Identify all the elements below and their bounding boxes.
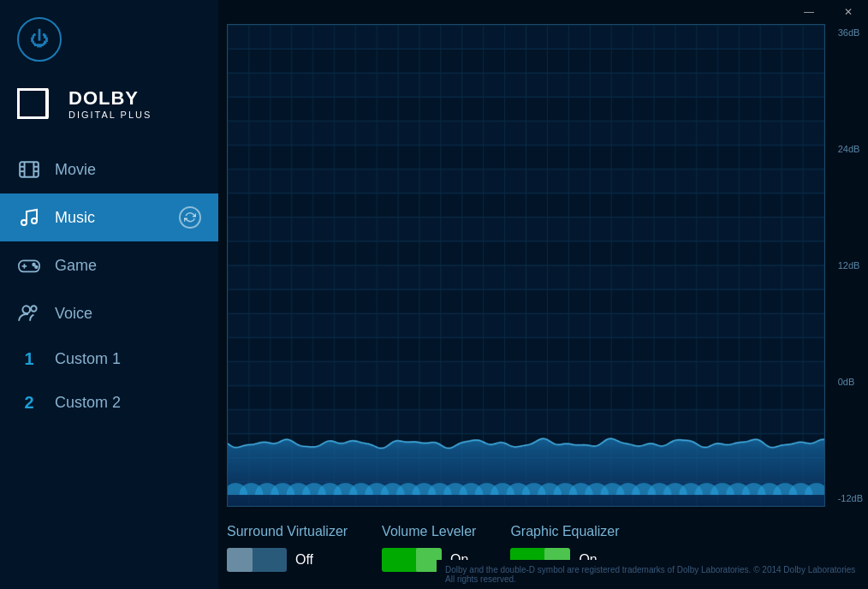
dolby-d-icon <box>17 88 58 119</box>
surround-virtualizer-group: Surround Virtualizer Off <box>227 524 348 572</box>
sidebar-item-voice[interactable]: Voice <box>0 289 218 337</box>
volume-leveler-label: Volume Leveler <box>382 524 476 539</box>
surround-virtualizer-label: Surround Virtualizer <box>227 524 348 539</box>
sidebar-item-custom2[interactable]: 2 Custom 2 <box>0 381 218 425</box>
surround-virtualizer-row: Off <box>227 548 348 572</box>
db-label-36: 36dB <box>838 27 863 38</box>
minimize-button[interactable]: — <box>789 0 829 24</box>
svg-point-11 <box>32 218 37 223</box>
dolby-logo <box>17 88 58 119</box>
svg-rect-3 <box>20 162 39 176</box>
voice-icon <box>17 301 41 325</box>
footer-text: Dolby and the double-D symbol are regist… <box>445 565 855 584</box>
db-label-0: 0dB <box>838 377 863 387</box>
logo-area: DOLBY DIGITAL PLUS <box>0 70 218 146</box>
custom1-num: 1 <box>17 349 41 369</box>
sidebar-item-custom1[interactable]: 1 Custom 1 <box>0 337 218 381</box>
svg-rect-2 <box>29 92 43 115</box>
power-icon: ⏻ <box>30 28 49 51</box>
svg-point-10 <box>21 220 27 225</box>
game-icon <box>17 253 41 277</box>
sidebar-item-movie[interactable]: Movie <box>0 146 218 193</box>
sidebar-item-label: Voice <box>55 305 92 323</box>
logo-sub: DIGITAL PLUS <box>68 110 152 120</box>
graphic-equalizer-label: Graphic Equalizer <box>510 524 619 539</box>
music-icon <box>17 205 41 229</box>
sidebar-item-game[interactable]: Game <box>0 241 218 289</box>
title-bar: — ✕ <box>789 0 868 24</box>
logo-text: DOLBY DIGITAL PLUS <box>68 87 152 120</box>
visualizer-container: 36dB 24dB 12dB 0dB -12dB <box>227 24 825 507</box>
film-icon <box>17 158 41 181</box>
nav-items: Movie Music <box>0 146 218 589</box>
db-labels: 36dB 24dB 12dB 0dB -12dB <box>838 24 863 507</box>
sidebar-item-label: Custom 2 <box>55 394 121 412</box>
sidebar-item-label: Movie <box>55 161 96 179</box>
sidebar-item-label: Music <box>55 209 95 227</box>
custom2-num: 2 <box>17 393 41 413</box>
power-button[interactable]: ⏻ <box>17 17 62 62</box>
refresh-icon[interactable] <box>179 206 201 229</box>
volume-leveler-toggle[interactable] <box>382 548 442 572</box>
close-button[interactable]: ✕ <box>829 0 868 24</box>
surround-virtualizer-toggle[interactable] <box>227 548 287 572</box>
sidebar-item-label: Game <box>55 257 97 275</box>
surround-virtualizer-state: Off <box>295 552 313 568</box>
db-label-24: 24dB <box>838 144 863 154</box>
sidebar-item-music[interactable]: Music <box>0 193 218 241</box>
logo-brand: DOLBY <box>68 87 152 110</box>
toggle-thumb <box>227 548 253 572</box>
footer: Dolby and the double-D symbol are regist… <box>437 560 868 589</box>
eq-visualizer <box>227 24 825 507</box>
sidebar: ⏻ DOLBY DIGITAL PLUS <box>0 0 218 589</box>
db-label-n12: -12dB <box>838 493 863 503</box>
svg-point-16 <box>35 265 38 268</box>
svg-point-15 <box>33 264 35 266</box>
db-label-12: 12dB <box>838 260 863 271</box>
svg-point-18 <box>31 306 36 312</box>
main-content: 36dB 24dB 12dB 0dB -12dB Surround Virtua… <box>218 0 868 589</box>
svg-point-17 <box>22 306 30 313</box>
sidebar-item-label: Custom 1 <box>55 350 121 368</box>
